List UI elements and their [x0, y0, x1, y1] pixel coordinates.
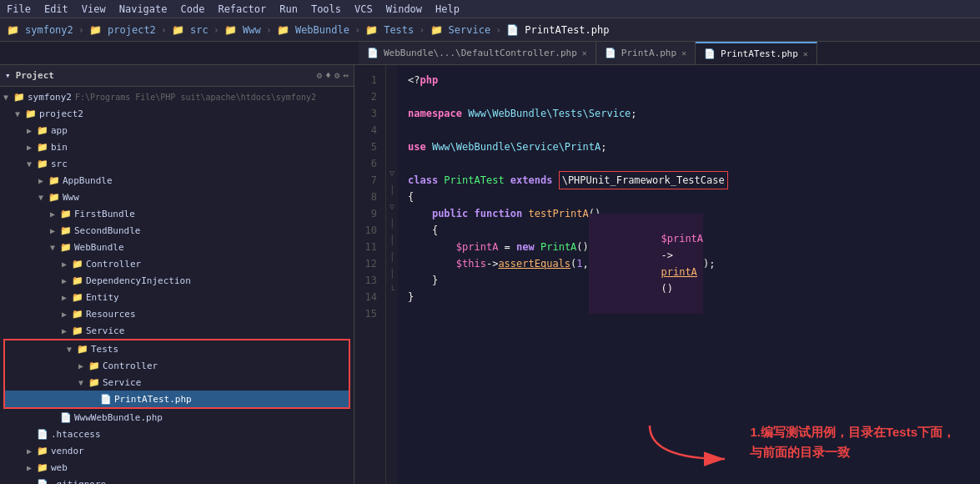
- folder-icon-web: 📁: [37, 462, 48, 473]
- menu-code[interactable]: Code: [179, 3, 207, 15]
- tab-close-2[interactable]: ✕: [681, 48, 686, 58]
- tree-item-project2[interactable]: ▼ 📁 project2: [0, 105, 354, 122]
- menu-navigate[interactable]: Navigate: [118, 3, 169, 15]
- code-highlight-printa: $printA -> printA (): [589, 214, 703, 314]
- folder-icon-service-wb: 📁: [72, 325, 83, 336]
- toolbar-project2[interactable]: project2: [108, 24, 156, 36]
- tree-item-gitignore[interactable]: 📄 .gitignore: [0, 476, 354, 484]
- toolbar-tests[interactable]: Tests: [384, 24, 414, 36]
- menu-help[interactable]: Help: [434, 3, 461, 15]
- menu-refactor[interactable]: Refactor: [216, 3, 268, 15]
- tree-item-symfony2[interactable]: ▼ 📁 symfony2 F:\Programs File\PHP suit\a…: [0, 88, 354, 105]
- toolbar-webbundle[interactable]: WebBundle: [295, 24, 349, 36]
- arrow-tests: ▼: [67, 345, 75, 354]
- tree-item-appbundle[interactable]: ▶ 📁 AppBundle: [0, 172, 354, 189]
- tree-item-secondbundle[interactable]: ▶ 📁 SecondBundle: [0, 222, 354, 239]
- tab-printaTest[interactable]: 📄 PrintATest.php ✕: [696, 42, 817, 64]
- tree-item-service-tests[interactable]: ▼ 📁 Service: [5, 374, 349, 391]
- tree-label-entity: Entity: [86, 292, 119, 303]
- folder-icon-controller-wb: 📁: [72, 259, 83, 270]
- tree-item-service-wb[interactable]: ▶ 📁 Service: [0, 322, 354, 339]
- arrow-project2: ▼: [15, 109, 23, 118]
- tree-item-di[interactable]: ▶ 📁 DependencyInjection: [0, 272, 354, 289]
- gear-icon[interactable]: ⚙: [334, 70, 340, 81]
- code-area: 1 2 3 4 5 6 7 8 9 10 11 12 13 14 15: [354, 65, 980, 484]
- toolbar-filename[interactable]: PrintATest.php: [525, 24, 609, 36]
- folder-icon-app: 📁: [37, 125, 48, 136]
- file-tree: ▼ 📁 symfony2 F:\Programs File\PHP suit\a…: [0, 87, 354, 484]
- menu-window[interactable]: Window: [384, 3, 424, 15]
- line-num-10: 10: [358, 222, 382, 239]
- menu-edit[interactable]: Edit: [43, 3, 70, 15]
- toolbar-symfony2[interactable]: symfony2: [25, 24, 73, 36]
- tree-item-controller-tests[interactable]: ▶ 📁 Controller: [5, 357, 349, 374]
- tree-label-vendor: vendor: [51, 446, 84, 456]
- arrow-entity: ▶: [62, 293, 70, 302]
- tab-close-3[interactable]: ✕: [803, 49, 808, 58]
- line-num-3: 3: [358, 105, 382, 122]
- tree-item-vendor[interactable]: ▶ 📁 vendor: [0, 442, 354, 459]
- arrow-app: ▶: [27, 126, 35, 135]
- toolbar-folder-icon4: 📁: [224, 24, 237, 36]
- tree-item-tests[interactable]: ▼ 📁 Tests: [5, 340, 349, 357]
- menu-vcs[interactable]: VCS: [353, 3, 374, 15]
- file-icon-htaccess: 📄: [37, 429, 48, 440]
- file-icon-gitignore: 📄: [37, 479, 48, 485]
- toolbar-www[interactable]: Www: [243, 24, 261, 36]
- tree-item-printATest[interactable]: 📄 PrintATest.php: [5, 391, 349, 407]
- menu-run[interactable]: Run: [278, 3, 299, 15]
- line-num-12: 12: [358, 255, 382, 272]
- php-icon-wwwwebbundle: 📄: [60, 412, 72, 423]
- folder-icon-firstbundle: 📁: [60, 209, 72, 219]
- tree-item-htaccess[interactable]: 📄 .htaccess: [0, 426, 354, 442]
- line-num-2: 2: [358, 88, 382, 105]
- code-editor[interactable]: 1 2 3 4 5 6 7 8 9 10 11 12 13 14 15: [354, 65, 980, 484]
- php-icon-printATest: 📄: [100, 394, 112, 405]
- pin-icon[interactable]: ♦: [325, 70, 331, 81]
- toolbar-service[interactable]: Service: [449, 24, 491, 36]
- tree-item-entity[interactable]: ▶ 📁 Entity: [0, 289, 354, 305]
- tree-item-wwwwebbundle[interactable]: 📄 WwwWebBundle.php: [0, 409, 354, 426]
- tree-label-di: DependencyInjection: [86, 275, 191, 286]
- folder-icon-tests: 📁: [77, 344, 88, 355]
- tab-defaultcontroller[interactable]: 📄 WebBundle\...\DefaultController.php ✕: [359, 42, 596, 64]
- arrow-controller-tests: ▶: [78, 361, 87, 371]
- tree-item-www[interactable]: ▼ 📁 Www: [0, 189, 354, 205]
- tree-item-controller-wb[interactable]: ▶ 📁 Controller: [0, 255, 354, 272]
- toolbar-src[interactable]: src: [190, 24, 209, 36]
- settings-icon[interactable]: ⚙: [317, 70, 323, 81]
- arrow-www: ▼: [38, 193, 47, 202]
- tree-item-app[interactable]: ▶ 📁 app: [0, 122, 354, 139]
- menu-file[interactable]: File: [5, 3, 33, 15]
- folder-icon-www: 📁: [48, 192, 60, 203]
- tree-item-resources[interactable]: ▶ 📁 Resources: [0, 305, 354, 322]
- tree-label-tests: Tests: [91, 344, 118, 355]
- toolbar-folder-icon6: 📁: [365, 24, 378, 36]
- line-num-1: 1: [358, 72, 382, 88]
- menu-view[interactable]: View: [80, 3, 108, 15]
- line-num-7: 7: [358, 172, 382, 189]
- arrow-bin: ▶: [27, 143, 35, 152]
- menu-tools[interactable]: Tools: [309, 3, 343, 15]
- tree-label-www: Www: [63, 192, 79, 203]
- tab-file-icon-2: 📄: [605, 48, 616, 58]
- tree-item-firstbundle[interactable]: ▶ 📁 FirstBundle: [0, 205, 354, 222]
- code-content[interactable]: <?php namespace Www\WebBundle\Tests\Serv…: [398, 65, 980, 484]
- tree-item-webbundle[interactable]: ▼ 📁 WebBundle: [0, 239, 354, 255]
- project-dropdown[interactable]: ▾: [5, 70, 11, 81]
- project-header: ▾ Project ⚙ ♦ ⚙ ↔: [0, 65, 354, 87]
- arrow-firstbundle: ▶: [50, 209, 58, 219]
- tab-close-1[interactable]: ✕: [582, 48, 587, 58]
- expand-icon[interactable]: ↔: [343, 70, 349, 81]
- tab-printa[interactable]: 📄 PrintA.php ✕: [596, 42, 696, 64]
- folder-icon-symfony2: 📁: [13, 92, 25, 103]
- folder-icon-bin: 📁: [37, 142, 48, 153]
- code-line-3: namespace Www\WebBundle\Tests\Service ;: [408, 105, 980, 122]
- tree-label-controller-tests: Controller: [103, 360, 158, 371]
- tab-file-icon-1: 📄: [367, 48, 379, 58]
- arrow-webbundle: ▼: [50, 243, 58, 252]
- tree-item-src[interactable]: ▼ 📁 src: [0, 155, 354, 172]
- tree-item-web[interactable]: ▶ 📁 web: [0, 459, 354, 476]
- code-line-6: [408, 155, 980, 172]
- tree-item-bin[interactable]: ▶ 📁 bin: [0, 139, 354, 155]
